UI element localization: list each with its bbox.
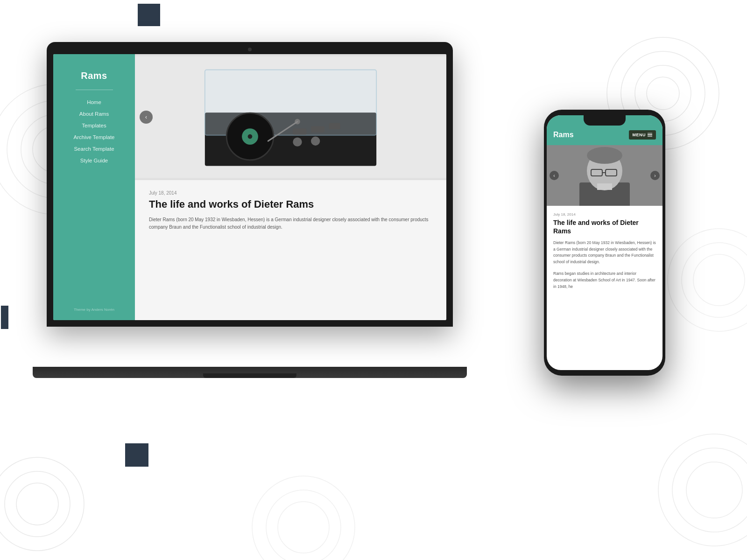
phone-article-body-2: Rams began studies in architecture and i… <box>553 271 656 290</box>
deco-square-2 <box>1 306 8 329</box>
svg-point-5 <box>5 471 70 537</box>
svg-point-18 <box>266 490 341 560</box>
laptop-sidebar: Rams Home About Rams Templates Archive T… <box>53 54 135 320</box>
phone-article-body-1: Dieter Rams (born 20 May 1932 in Wiesbad… <box>553 240 656 265</box>
phone-hero-illustration <box>547 145 662 206</box>
laptop-camera <box>248 48 252 51</box>
svg-point-8 <box>672 448 747 532</box>
deco-square-1 <box>138 4 160 26</box>
laptop-nav-search[interactable]: Search Template <box>74 146 114 152</box>
phone-device: Rams MENU <box>544 110 665 376</box>
chevron-left-icon: ‹ <box>145 114 147 120</box>
svg-point-6 <box>16 483 58 525</box>
svg-rect-31 <box>293 138 302 147</box>
phone-article-date: July 18, 2014 <box>553 212 656 217</box>
laptop-hero-image: ‹ <box>135 54 446 180</box>
laptop-screen: Rams Home About Rams Templates Archive T… <box>53 54 446 320</box>
phone-carousel-next-button[interactable]: › <box>650 171 660 180</box>
laptop-nav: Home About Rams Templates Archive Templa… <box>53 99 135 163</box>
laptop-article-excerpt: Dieter Rams (born 20 May 1932 in Wiesbad… <box>149 216 432 231</box>
phone-carousel-prev-button[interactable]: ‹ <box>550 171 559 180</box>
phone-hero-image: ‹ › <box>547 145 662 206</box>
laptop-nav-about[interactable]: About Rams <box>79 111 109 117</box>
laptop-article-title: The life and works of Dieter Rams <box>149 198 432 210</box>
phone-site-title: Rams <box>553 131 574 139</box>
laptop-nav-archive[interactable]: Archive Template <box>74 134 115 140</box>
phone-menu-label: MENU <box>633 133 646 137</box>
phone-menu-button[interactable]: MENU <box>629 130 656 140</box>
svg-rect-29 <box>311 126 324 133</box>
svg-point-19 <box>278 502 329 553</box>
svg-point-15 <box>682 243 747 317</box>
laptop-nav-style[interactable]: Style Guide <box>80 158 108 163</box>
svg-point-37 <box>587 147 622 164</box>
laptop-nav-home[interactable]: Home <box>87 99 101 105</box>
laptop-body: Rams Home About Rams Templates Archive T… <box>47 42 453 327</box>
laptop-nav-templates[interactable]: Templates <box>82 123 106 128</box>
svg-point-14 <box>668 229 747 331</box>
laptop-article-date: July 18, 2014 <box>149 190 432 196</box>
svg-rect-32 <box>311 137 320 146</box>
svg-rect-30 <box>329 123 340 130</box>
phone-screen: Rams MENU <box>547 115 662 370</box>
laptop-site-title: Rams <box>81 70 107 81</box>
laptop-base <box>33 367 467 378</box>
svg-point-9 <box>686 462 742 518</box>
laptop-sidebar-divider <box>76 90 113 90</box>
svg-point-17 <box>252 476 355 560</box>
svg-point-7 <box>658 434 747 546</box>
svg-rect-41 <box>597 183 612 190</box>
laptop-carousel-prev-button[interactable]: ‹ <box>140 111 153 124</box>
svg-rect-28 <box>293 128 306 135</box>
phone-article-content: July 18, 2014 The life and works of Diet… <box>547 206 662 370</box>
laptop-main-content: ‹ July 18, 2014 The life and works of Di… <box>135 54 446 320</box>
phone-notch <box>584 115 626 126</box>
svg-point-16 <box>693 254 745 306</box>
record-player-illustration <box>135 54 446 180</box>
svg-point-3 <box>647 77 679 110</box>
svg-point-4 <box>0 457 84 551</box>
svg-point-25 <box>248 134 253 139</box>
laptop-article-content: July 18, 2014 The life and works of Diet… <box>135 180 446 241</box>
hamburger-icon <box>648 133 652 137</box>
chevron-left-icon: ‹ <box>553 173 555 178</box>
laptop-device: Rams Home About Rams Templates Archive T… <box>47 42 453 378</box>
phone-article-title: The life and works of Dieter Rams <box>553 219 656 235</box>
laptop-theme-credit: Theme by Anders Norén <box>74 308 114 312</box>
chevron-right-icon: › <box>654 173 655 178</box>
phone-body: Rams MENU <box>544 110 665 376</box>
deco-square-4 <box>125 443 148 467</box>
